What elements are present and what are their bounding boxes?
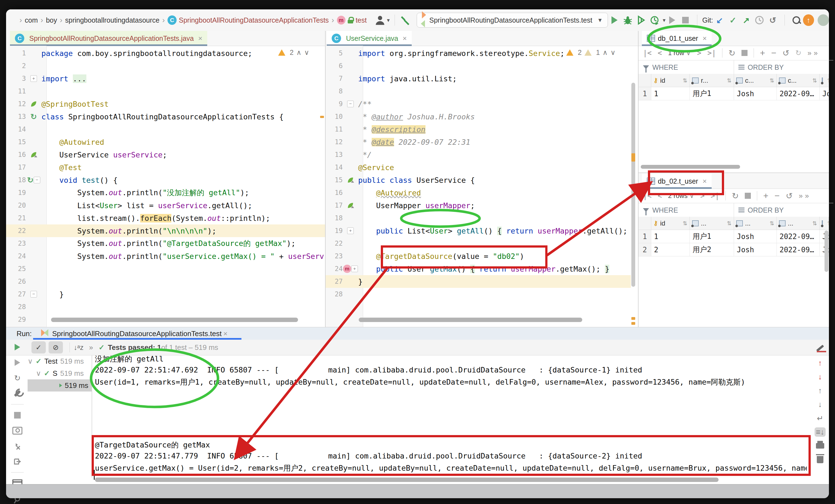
- db1-grid[interactable]: ⚷id⇅r...⇅c...⇅c...⇅⇅11用户1Josh2022-09…Jo: [638, 74, 829, 100]
- close-icon[interactable]: ×: [198, 34, 202, 43]
- prev-warning-icon[interactable]: ∧: [297, 48, 301, 57]
- code-line[interactable]: 3+import ...: [6, 72, 325, 85]
- add-row-icon[interactable]: +: [763, 191, 769, 201]
- debug-button[interactable]: [621, 13, 634, 27]
- soft-wrap-icon[interactable]: ↵: [815, 414, 826, 423]
- db2-where-input[interactable]: WHERE: [638, 203, 734, 217]
- code-line[interactable]: 28: [326, 288, 631, 300]
- next-warning-icon[interactable]: ∨: [304, 48, 309, 57]
- fold-marker-icon[interactable]: +: [347, 228, 354, 234]
- code-line[interactable]: 27}: [326, 275, 631, 288]
- code-line[interactable]: 20 List<User> list = userService.getAll(…: [6, 199, 325, 212]
- next-failed-icon[interactable]: ↓: [815, 372, 826, 382]
- run-configuration-select[interactable]: SpringbootAllRoutingDatasourceApplicatio…: [417, 13, 608, 27]
- db2-vscrollbar[interactable]: [824, 231, 828, 272]
- expand-icon[interactable]: ∨: [27, 357, 33, 365]
- column-header-...[interactable]: ...⇅: [777, 217, 819, 230]
- db2-grid[interactable]: ⚷id⇅...⇅...⇅...⇅⇅11用户1Josh2022-09…Jo22用户…: [638, 217, 829, 256]
- data-cell[interactable]: Josh: [734, 230, 777, 243]
- gutter-icon[interactable]: m+: [343, 262, 358, 275]
- rollback-icon[interactable]: ↺: [766, 13, 779, 27]
- submit-icon[interactable]: ↻: [796, 49, 801, 57]
- revert-icon[interactable]: ↺: [786, 191, 793, 201]
- scroll-to-end-icon[interactable]: ≡↓: [815, 427, 826, 437]
- pane-divider[interactable]: [325, 31, 326, 327]
- avatar[interactable]: [818, 14, 829, 26]
- first-page-icon[interactable]: |<: [643, 192, 652, 200]
- column-header-c...[interactable]: c...⇅: [777, 74, 819, 87]
- code-line[interactable]: 18: [326, 212, 631, 225]
- coverage-options-icon[interactable]: [12, 441, 23, 451]
- sort-toggle-icon[interactable]: ⇅: [683, 220, 687, 227]
- build-hammer-icon[interactable]: [400, 14, 411, 26]
- prev-warning-icon[interactable]: ∧: [603, 48, 608, 57]
- column-header-...[interactable]: ...⇅: [734, 217, 777, 230]
- code-line[interactable]: 26: [6, 275, 325, 288]
- toggle-auto-test-icon[interactable]: ↻: [12, 373, 23, 383]
- left-editor-hscrollbar[interactable]: [51, 318, 298, 322]
- code-line[interactable]: 17 @Test: [6, 161, 325, 174]
- breadcrumb-boy[interactable]: boy: [46, 16, 57, 24]
- column-header-id[interactable]: ⚷id⇅: [651, 74, 690, 87]
- column-header-partial[interactable]: ⇅: [819, 217, 829, 230]
- code-line[interactable]: 1package com.boy.springbootallroutingdat…: [6, 47, 325, 60]
- close-icon[interactable]: ×: [223, 330, 227, 338]
- db1-hscrollbar[interactable]: [641, 165, 740, 169]
- code-line[interactable]: 12@SpringBootTest: [6, 98, 325, 110]
- more-icon[interactable]: »: [814, 49, 818, 57]
- code-line[interactable]: 2: [6, 60, 325, 72]
- sort-toggle-icon[interactable]: ⇅: [683, 77, 687, 84]
- column-header-partial[interactable]: ⇅: [819, 74, 829, 87]
- close-icon[interactable]: ×: [403, 34, 407, 43]
- left-editor[interactable]: 1package com.boy.springbootallroutingdat…: [6, 47, 325, 326]
- code-line[interactable]: 15 @Autowired: [6, 135, 325, 148]
- row-count-select[interactable]: 2 rows ∨: [668, 192, 694, 200]
- import-test-results-icon[interactable]: [12, 457, 23, 466]
- middle-editor-vscrollbar[interactable]: [631, 83, 635, 287]
- data-cell[interactable]: 2022-09…: [777, 230, 819, 243]
- git-commit-icon[interactable]: ✓: [726, 13, 739, 27]
- code-line[interactable]: 15public class UserService {: [326, 174, 631, 186]
- user-dropdown-chevron-icon[interactable]: ▾: [387, 17, 390, 23]
- next-page-icon[interactable]: >: [697, 49, 701, 57]
- run-tab-label[interactable]: SpringbootAllRoutingDatasourceApplicatio…: [52, 330, 222, 338]
- gutter-icon[interactable]: ↻−: [26, 174, 41, 186]
- code-line[interactable]: 28: [6, 300, 325, 313]
- tab-db1[interactable]: db_01.t_user ×: [642, 31, 712, 46]
- data-cell[interactable]: 1: [651, 230, 690, 243]
- more-icon[interactable]: »: [89, 343, 93, 352]
- delete-row-icon[interactable]: −: [771, 48, 776, 58]
- thread-dump-icon[interactable]: [12, 426, 23, 435]
- console-hscrollbar[interactable]: [95, 478, 718, 482]
- fold-marker-icon[interactable]: −: [347, 101, 354, 107]
- prev-page-icon[interactable]: <: [657, 49, 662, 57]
- more-icon[interactable]: »: [808, 49, 811, 57]
- console-line[interactable]: 没加注解的 getAll: [95, 354, 810, 365]
- tab-db2[interactable]: db_02.t_user ×: [642, 174, 712, 189]
- test-tree-root[interactable]: ∨ ✓ Test 519 ms: [27, 355, 91, 367]
- test-tree[interactable]: ∨ ✓ Test 519 ms ∨ ✓ S 519 ms 519 ms: [27, 355, 91, 392]
- sort-toggle-icon[interactable]: ⇅: [827, 220, 829, 227]
- sort-toggle-icon[interactable]: ⇅: [727, 220, 732, 227]
- git-update-icon[interactable]: ↙: [713, 13, 726, 27]
- data-cell[interactable]: 2: [651, 243, 690, 256]
- code-line[interactable]: 25: [6, 262, 325, 275]
- add-row-icon[interactable]: +: [760, 48, 765, 58]
- code-line[interactable]: 21 list.stream().forEach(System.out::pri…: [6, 212, 325, 225]
- next-occurrence-icon[interactable]: ↓: [815, 400, 826, 409]
- reload-icon[interactable]: ↻: [729, 48, 735, 58]
- prev-failed-icon[interactable]: ↑: [815, 358, 826, 368]
- next-page-icon[interactable]: >: [700, 192, 705, 200]
- test-tree-method-selected[interactable]: 519 ms: [27, 379, 91, 392]
- column-header-...[interactable]: ...⇅: [690, 217, 734, 230]
- breadcrumb-package[interactable]: springbootallroutingdatasource: [65, 16, 160, 24]
- db2-orderby-input[interactable]: ORDER BY: [734, 203, 829, 217]
- left-editor-inspection-widget[interactable]: 2 ∧ ∨: [278, 48, 309, 57]
- data-cell[interactable]: Josh: [734, 243, 777, 256]
- breadcrumb-test-method[interactable]: test: [356, 16, 367, 24]
- code-line[interactable]: 17 UserMapper userMapper;: [326, 199, 631, 212]
- profiler-dropdown-icon[interactable]: ▾: [663, 17, 666, 23]
- code-line[interactable]: 7import java.util.List;: [326, 72, 631, 85]
- sort-alphabetically-icon[interactable]: ↓ᵃz: [74, 343, 84, 352]
- close-icon[interactable]: ×: [702, 177, 707, 186]
